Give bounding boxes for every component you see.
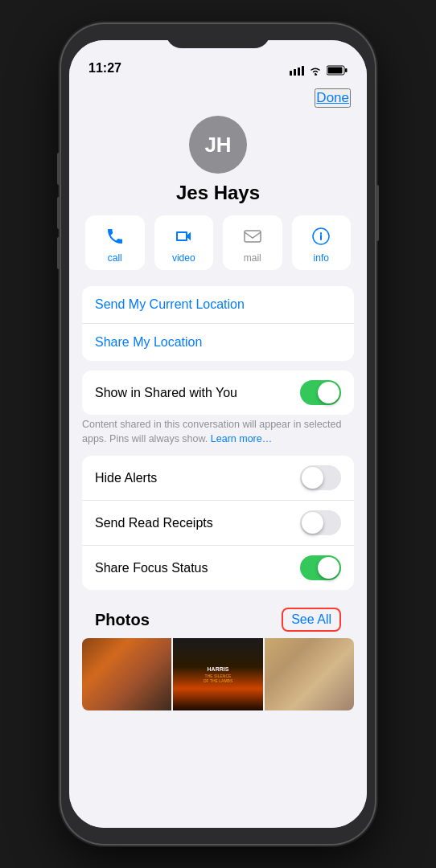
phone-frame: 11:27 xyxy=(61,24,375,844)
video-icon xyxy=(171,223,196,249)
learn-more-link[interactable]: Learn more… xyxy=(211,433,272,444)
avatar: JH xyxy=(189,116,247,174)
share-focus-toggle[interactable] xyxy=(300,555,341,580)
status-icons xyxy=(290,65,348,76)
info-label: info xyxy=(314,252,329,264)
see-all-button[interactable]: See All xyxy=(282,608,341,632)
profile-section: JH Jes Hays call xyxy=(69,108,367,286)
toggle-thumb xyxy=(318,382,339,403)
shared-description: Content shared in this conversation will… xyxy=(82,418,354,446)
svg-rect-8 xyxy=(245,231,261,242)
share-focus-row: Share Focus Status xyxy=(82,546,354,590)
photo-grid: HARRIS THE SILENCEOF THE LAMBS xyxy=(82,638,354,710)
call-button[interactable]: call xyxy=(85,215,145,270)
svg-rect-3 xyxy=(302,66,304,76)
svg-rect-6 xyxy=(345,68,348,72)
battery-icon xyxy=(327,65,348,76)
send-read-receipts-label: Send Read Receipts xyxy=(95,516,213,530)
phone-screen: 11:27 xyxy=(69,40,367,828)
dog-photo[interactable] xyxy=(82,638,171,710)
share-location-row[interactable]: Share My Location xyxy=(82,324,354,361)
done-button[interactable]: Done xyxy=(315,88,351,108)
svg-rect-1 xyxy=(294,69,296,76)
video-label: video xyxy=(172,252,195,264)
svg-rect-2 xyxy=(298,68,300,76)
send-read-receipts-row: Send Read Receipts xyxy=(82,501,354,546)
wifi-icon xyxy=(309,66,322,76)
book-subtitle: THE SILENCEOF THE LAMBS xyxy=(202,674,235,683)
share-focus-label: Share Focus Status xyxy=(95,561,208,575)
info-button[interactable]: info xyxy=(292,215,352,270)
share-location-label: Share My Location xyxy=(95,335,202,350)
book-photo[interactable]: HARRIS THE SILENCEOF THE LAMBS xyxy=(173,638,262,710)
photos-header: Photos See All xyxy=(82,600,354,638)
send-location-label: Send My Current Location xyxy=(95,297,245,312)
shared-toggle[interactable] xyxy=(300,380,341,405)
send-location-row[interactable]: Send My Current Location xyxy=(82,286,354,324)
info-icon xyxy=(308,223,334,249)
action-buttons: call video xyxy=(85,215,351,270)
book-title: HARRIS xyxy=(206,666,231,672)
phone-icon xyxy=(102,223,128,249)
svg-rect-0 xyxy=(290,71,292,76)
toggle-thumb xyxy=(302,512,323,534)
notch xyxy=(166,24,270,48)
mail-label: mail xyxy=(244,252,261,264)
call-label: call xyxy=(108,252,122,264)
fabric-photo[interactable] xyxy=(265,638,354,710)
video-button[interactable]: video xyxy=(154,215,214,270)
shared-section: Show in Shared with You xyxy=(82,371,354,415)
mail-icon xyxy=(240,223,265,249)
mail-button[interactable]: mail xyxy=(223,215,282,270)
contact-name: Jes Hays xyxy=(176,182,260,204)
photos-title: Photos xyxy=(95,611,150,629)
send-read-receipts-toggle[interactable] xyxy=(300,510,341,535)
toggle-thumb xyxy=(318,557,339,579)
location-section: Send My Current Location Share My Locati… xyxy=(82,286,354,361)
header: Done xyxy=(69,80,367,108)
status-time: 11:27 xyxy=(88,61,121,76)
hide-alerts-toggle[interactable] xyxy=(300,465,341,490)
shared-label: Show in Shared with You xyxy=(95,386,237,400)
content-area: Done JH Jes Hays call xyxy=(69,80,367,828)
shared-toggle-row: Show in Shared with You xyxy=(82,371,354,415)
hide-alerts-label: Hide Alerts xyxy=(95,471,157,485)
toggle-thumb xyxy=(302,467,323,489)
svg-rect-7 xyxy=(328,68,343,74)
settings-section: Hide Alerts Send Read Receipts Share Foc… xyxy=(82,456,354,590)
svg-point-4 xyxy=(315,74,316,76)
signal-icon xyxy=(290,66,304,76)
hide-alerts-row: Hide Alerts xyxy=(82,456,354,501)
